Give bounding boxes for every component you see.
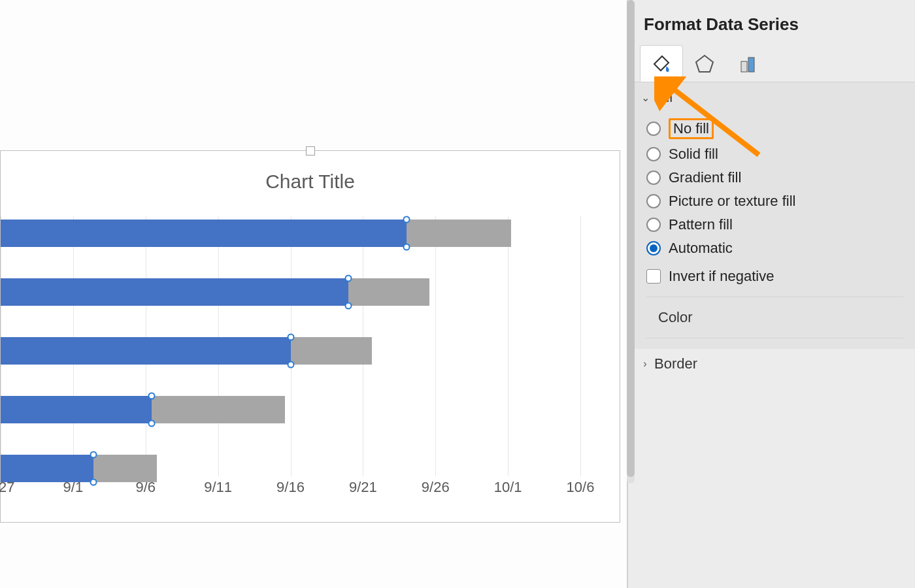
- bar-segment-series2[interactable]: [348, 278, 429, 306]
- selection-dot[interactable]: [345, 302, 352, 310]
- divider: [646, 297, 903, 297]
- fill-option-label: Automatic: [669, 240, 733, 257]
- fill-section-label: Fill: [654, 89, 673, 106]
- radio-icon[interactable]: [646, 241, 661, 255]
- gridline: [580, 216, 581, 476]
- fill-option-label: Gradient fill: [669, 169, 741, 186]
- bar-segment-series1[interactable]: [1, 278, 348, 306]
- fill-options: No fillSolid fillGradient fillPicture or…: [628, 112, 915, 349]
- fill-option-label: Solid fill: [669, 146, 718, 163]
- invert-if-negative-label: Invert if negative: [669, 268, 774, 285]
- bar-row[interactable]: [1, 455, 580, 482]
- selection-dot[interactable]: [90, 479, 97, 486]
- bar-row[interactable]: [1, 278, 580, 306]
- format-panel: Format Data Series: [627, 0, 915, 588]
- bar-segment-series2[interactable]: [291, 337, 372, 365]
- bar-segment-series1[interactable]: [1, 396, 152, 423]
- radio-icon[interactable]: [646, 147, 661, 161]
- selection-dot[interactable]: [148, 393, 155, 400]
- bar-segment-series1[interactable]: [1, 455, 93, 482]
- border-section-label: Border: [654, 355, 697, 372]
- fill-option-label: No fill: [673, 120, 709, 137]
- border-section-header[interactable]: › Border: [628, 349, 915, 379]
- tab-effects[interactable]: [683, 45, 726, 82]
- fill-option-label: Picture or texture fill: [669, 193, 795, 210]
- chevron-right-icon: ›: [640, 358, 650, 370]
- selection-dot[interactable]: [287, 361, 294, 368]
- chart-title[interactable]: Chart Title: [1, 171, 620, 193]
- panel-body: ⌄ Fill No fillSolid fillGradient fillPic…: [628, 82, 915, 588]
- selection-dot[interactable]: [345, 275, 352, 282]
- bar-row[interactable]: [1, 396, 580, 423]
- bar-segment-series2[interactable]: [407, 220, 511, 247]
- fill-option-no-fill[interactable]: No fill: [646, 115, 903, 142]
- pentagon-icon: [693, 52, 716, 74]
- bar-chart-icon: [737, 52, 759, 74]
- divider: [646, 338, 903, 338]
- fill-option-picture-or-texture-fill[interactable]: Picture or texture fill: [646, 189, 903, 213]
- selection-dot[interactable]: [287, 334, 294, 341]
- selection-dot[interactable]: [403, 216, 410, 223]
- fill-option-automatic[interactable]: Automatic: [646, 237, 903, 260]
- chart-canvas[interactable]: Chart Title 8/279/19/69/119/169/219/2610…: [0, 150, 620, 523]
- svg-marker-0: [696, 56, 713, 72]
- bar-segment-series2[interactable]: [93, 455, 158, 482]
- chevron-down-icon: ⌄: [640, 91, 650, 104]
- radio-icon[interactable]: [646, 171, 661, 185]
- invert-if-negative-row[interactable]: Invert if negative: [646, 260, 903, 293]
- selection-dot[interactable]: [148, 420, 155, 427]
- selection-dot[interactable]: [403, 244, 410, 251]
- fill-option-label: Pattern fill: [669, 216, 733, 233]
- bar-segment-series1[interactable]: [1, 337, 291, 365]
- fill-section-header[interactable]: ⌄ Fill: [628, 82, 915, 112]
- radio-icon[interactable]: [646, 122, 661, 136]
- selection-dot[interactable]: [90, 451, 97, 459]
- bar-row[interactable]: [1, 220, 580, 247]
- color-row[interactable]: Color: [646, 301, 903, 334]
- bar-segment-series1[interactable]: [1, 220, 407, 247]
- paint-bucket-icon: [650, 52, 673, 74]
- bar-row[interactable]: [1, 337, 580, 365]
- panel-title: Format Data Series: [628, 0, 915, 45]
- bar-segment-series2[interactable]: [152, 396, 285, 423]
- selection-handle-top[interactable]: [306, 146, 315, 155]
- checkbox-icon[interactable]: [646, 269, 661, 284]
- chart-plot: 8/279/19/69/119/169/219/2610/110/6: [1, 216, 580, 496]
- fill-option-solid-fill[interactable]: Solid fill: [646, 142, 903, 166]
- tab-fill-and-line[interactable]: [640, 45, 683, 82]
- svg-rect-1: [741, 61, 747, 72]
- radio-icon[interactable]: [646, 194, 661, 208]
- svg-rect-2: [748, 57, 754, 72]
- radio-icon[interactable]: [646, 218, 661, 232]
- fill-option-gradient-fill[interactable]: Gradient fill: [646, 166, 903, 189]
- tab-series-options[interactable]: [726, 45, 769, 82]
- annotation-highlight: No fill: [669, 118, 714, 139]
- fill-option-pattern-fill[interactable]: Pattern fill: [646, 213, 903, 237]
- chart-area[interactable]: Chart Title 8/279/19/69/119/169/219/2610…: [0, 0, 627, 588]
- panel-tab-strip: [628, 45, 915, 82]
